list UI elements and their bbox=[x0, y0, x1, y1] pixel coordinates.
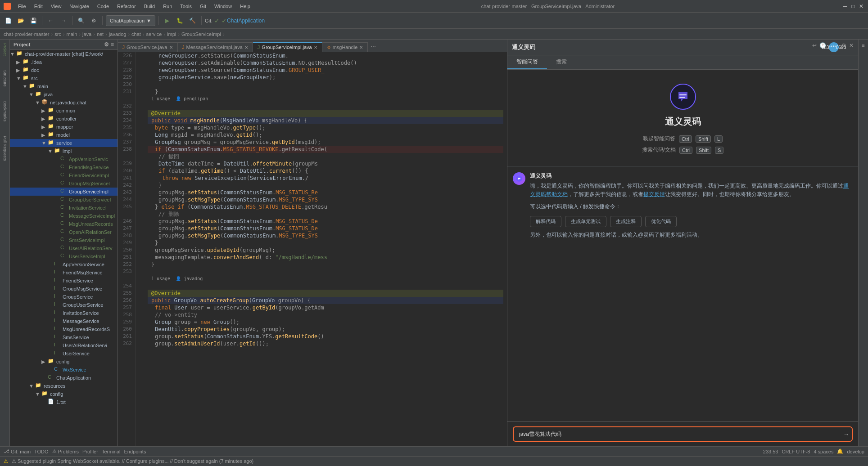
feedback-link[interactable]: 提交反馈 bbox=[643, 191, 665, 197]
toolbar-forward[interactable]: → bbox=[58, 15, 69, 26]
tree-item-GroupUserService[interactable]: ▶ I GroupUserService bbox=[10, 301, 118, 309]
tree-settings-icon[interactable]: ⚙ bbox=[104, 41, 109, 48]
tree-item-1txt[interactable]: ▶ 📄 1.txt bbox=[10, 398, 118, 406]
tab-close-GroupServiceJava[interactable]: ✕ bbox=[169, 45, 173, 50]
tree-item-MessageServiceImpl[interactable]: ▶ C MessageServiceImpl bbox=[10, 212, 118, 220]
minimize-button[interactable]: ─ bbox=[842, 3, 848, 9]
tongyi-history-icon[interactable]: ↩ bbox=[812, 42, 817, 52]
breadcrumb-item-4[interactable]: java bbox=[82, 31, 91, 37]
breadcrumb-item-10[interactable]: GroupServiceImpl bbox=[181, 31, 221, 37]
status-todo[interactable]: TODO bbox=[34, 449, 49, 454]
breadcrumb-item-8[interactable]: service bbox=[146, 31, 162, 37]
tree-item-WxService[interactable]: ▶ C WxService bbox=[10, 366, 118, 374]
right-icon-1[interactable]: ≡ bbox=[859, 41, 868, 49]
menu-refactor[interactable]: Refactor bbox=[113, 3, 140, 10]
status-terminal[interactable]: Terminal bbox=[102, 449, 121, 454]
status-profiler[interactable]: Profiler bbox=[82, 449, 98, 454]
sidebar-pull-requests-icon[interactable]: Pull Requests bbox=[2, 134, 8, 163]
tree-item-GroupServiceImpl[interactable]: ▶ C GroupServiceImpl bbox=[10, 188, 118, 196]
tab-GroupServiceJava[interactable]: J GroupService.java ✕ bbox=[118, 42, 178, 52]
tree-item-SmsServiceImpl[interactable]: ▶ C SmsServiceImpl bbox=[10, 236, 118, 244]
tab-GroupServiceImplJava[interactable]: J GroupServiceImpl.java ✕ bbox=[253, 42, 322, 52]
menu-window[interactable]: Window bbox=[211, 3, 235, 10]
status-endpoints[interactable]: Endpoints bbox=[124, 449, 146, 454]
project-selector[interactable]: ChatApplication ▼ bbox=[106, 15, 155, 26]
toolbar-settings[interactable]: ⚙ bbox=[88, 15, 99, 26]
tab-overflow-button[interactable]: ⋯ bbox=[368, 41, 379, 52]
menu-edit[interactable]: Edit bbox=[31, 3, 46, 10]
tree-item-resources[interactable]: ▼ 📁 resources bbox=[10, 382, 118, 390]
breadcrumb-item-1[interactable]: chat-provider-master bbox=[4, 31, 49, 37]
tree-item-net[interactable]: ▼ 📦 net.javadog.chat bbox=[10, 99, 118, 107]
action-unit-test[interactable]: 生成单元测试 bbox=[565, 216, 606, 227]
status-spaces[interactable]: 4 spaces bbox=[814, 449, 833, 454]
tree-item-config-res[interactable]: ▼ 📁 config bbox=[10, 390, 118, 398]
breadcrumb-item-3[interactable]: main bbox=[67, 31, 77, 37]
status-problems[interactable]: ⚠ Problems bbox=[52, 448, 79, 454]
tongyi-close-icon[interactable]: ✕ bbox=[849, 42, 854, 52]
toolbar-build[interactable]: 🔨 bbox=[187, 15, 198, 26]
sidebar-project-icon[interactable]: Project bbox=[2, 41, 8, 58]
menu-file[interactable]: File bbox=[14, 3, 30, 10]
menu-build[interactable]: Build bbox=[140, 3, 158, 10]
tab-msgHandle[interactable]: ⚙ msgHandle ✕ bbox=[322, 42, 368, 52]
tree-item-root[interactable]: ▼ 📁 chat-provider-master [chat] E:\work\ bbox=[10, 50, 118, 58]
tree-item-MsgUnreadRecords[interactable]: ▶ C MsgUnreadRecords bbox=[10, 220, 118, 228]
tongyi-settings-icon[interactable]: ⚙ bbox=[841, 42, 846, 52]
tree-item-impl[interactable]: ▼ 📁 impl bbox=[10, 147, 118, 155]
tongyi-tabs[interactable]: 智能问答 搜索 bbox=[507, 55, 858, 70]
tree-item-SmsService[interactable]: ▶ I SmsService bbox=[10, 333, 118, 341]
close-button[interactable]: ✕ bbox=[858, 3, 864, 9]
toolbar-open[interactable]: 📂 bbox=[15, 15, 26, 26]
tree-item-FriendServiceImpl[interactable]: ▶ C FriendServiceImpl bbox=[10, 171, 118, 179]
breadcrumb-item-5[interactable]: net bbox=[97, 31, 104, 37]
tree-item-OpenAIRelation[interactable]: ▶ C OpenAIRelationSer bbox=[10, 228, 118, 236]
action-optimize[interactable]: 优化代码 bbox=[645, 216, 677, 227]
tree-item-FriendMsgService[interactable]: ▶ I FriendMsgService bbox=[10, 269, 118, 277]
tongyi-search-input[interactable] bbox=[513, 426, 853, 442]
tree-item-java[interactable]: ▼ 📁 java bbox=[10, 90, 118, 99]
maximize-button[interactable]: □ bbox=[850, 3, 856, 9]
tree-item-AppVersionService[interactable]: ▶ I AppVersionService bbox=[10, 260, 118, 269]
menu-git[interactable]: Git bbox=[196, 3, 210, 10]
breadcrumb-item-2[interactable]: src bbox=[54, 31, 61, 37]
tree-item-src[interactable]: ▼ 📁 src bbox=[10, 74, 118, 82]
action-explain-code[interactable]: 解释代码 bbox=[530, 216, 561, 227]
toolbar-save[interactable]: 💾 bbox=[28, 15, 39, 26]
tree-item-MsgUnreadRecordsS[interactable]: ▶ I MsgUnreadRecordsS bbox=[10, 325, 118, 333]
tab-close-GroupServiceImplJava[interactable]: ✕ bbox=[314, 45, 317, 50]
tree-item-InvitationServiceImpl[interactable]: ▶ C InvitationServiceI bbox=[10, 204, 118, 212]
menu-navigate[interactable]: Navigate bbox=[66, 3, 92, 10]
menu-run[interactable]: Run bbox=[159, 3, 176, 10]
breadcrumb-item-6[interactable]: javadog bbox=[109, 31, 127, 37]
toolbar-back[interactable]: ← bbox=[45, 15, 56, 26]
tree-item-ChatApplication[interactable]: ▶ C ChatApplication bbox=[10, 374, 118, 382]
tongyi-tab-search[interactable]: 搜索 bbox=[547, 55, 576, 69]
tree-item-main[interactable]: ▼ 📁 main bbox=[10, 82, 118, 90]
toolbar-chat-app[interactable]: ChatApplication bbox=[240, 15, 251, 26]
action-gen-comment[interactable]: 生成注释 bbox=[610, 216, 642, 227]
menu-bar[interactable]: File Edit View Navigate Code Refactor Bu… bbox=[14, 3, 254, 10]
status-encoding[interactable]: CRLF UTF-8 bbox=[782, 449, 810, 454]
tree-item-GroupUserServiceImpl[interactable]: ▶ C GroupUserServiceI bbox=[10, 196, 118, 204]
tree-item-FriendService[interactable]: ▶ I FriendService bbox=[10, 277, 118, 285]
sidebar-structure-icon[interactable]: Structure bbox=[2, 68, 8, 89]
tree-item-GroupService[interactable]: ▶ I GroupService bbox=[10, 293, 118, 301]
tree-item-UserService[interactable]: ▶ I UserService bbox=[10, 350, 118, 358]
tree-item-GroupMsgService[interactable]: ▶ I GroupMsgService bbox=[10, 285, 118, 293]
tab-MessageServiceImplJava[interactable]: J MessageServiceImpl.java ✕ bbox=[178, 42, 253, 52]
chat-action-buttons[interactable]: 解释代码 生成单元测试 生成注释 优化代码 bbox=[530, 216, 853, 227]
tree-item-GroupMsgServiceImpl[interactable]: ▶ C GroupMsgServiceI bbox=[10, 179, 118, 188]
code-content[interactable]: newGroupUser.setStatus(CommonStatusEnum.… bbox=[144, 52, 507, 446]
tab-bar[interactable]: J GroupService.java ✕ J MessageServiceIm… bbox=[118, 40, 507, 52]
tree-item-model[interactable]: ▶ 📁 model bbox=[10, 131, 118, 139]
sidebar-bookmarks-icon[interactable]: Bookmarks bbox=[2, 99, 8, 123]
tree-item-controller[interactable]: ▶ 📁 controller bbox=[10, 115, 118, 123]
tree-item-idea[interactable]: ▶ 📁 .idea bbox=[10, 58, 118, 66]
tongyi-chat-area[interactable]: 通义灵码 嗨，我是通义灵码，你的智能编程助手。你可以问我关于编程相关的问题，我们… bbox=[507, 167, 858, 421]
tree-item-service[interactable]: ▼ 📁 service bbox=[10, 139, 118, 147]
tab-close-MessageServiceImplJava[interactable]: ✕ bbox=[244, 45, 248, 50]
menu-code[interactable]: Code bbox=[94, 3, 113, 10]
tree-item-UserServiceImpl[interactable]: ▶ C UserServiceImpl bbox=[10, 252, 118, 260]
tree-item-InvitationService[interactable]: ▶ I InvitationService bbox=[10, 309, 118, 317]
